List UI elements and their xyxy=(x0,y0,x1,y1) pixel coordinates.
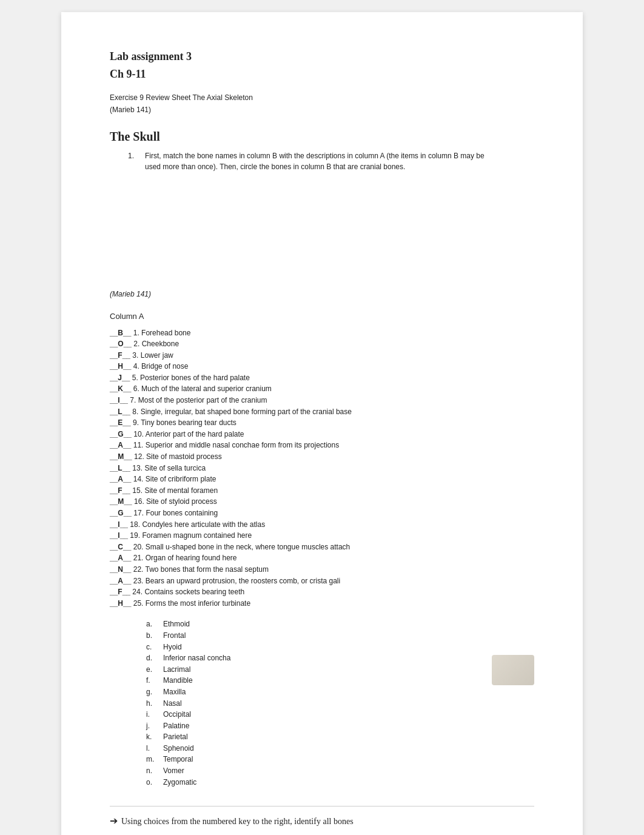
bone-list-item: __F__ 3. Lower jaw xyxy=(110,350,534,361)
bone-list-item: __I__ 18. Condyles here articulate with … xyxy=(110,519,534,531)
using-choices-line: ➔ Using choices from the numbered key to… xyxy=(110,814,534,828)
bone-list: __B__ 1. Forehead bone__O__ 2. Cheekbone… xyxy=(110,327,534,609)
bone-list-item: __E__ 9. Tiny bones bearing tear ducts xyxy=(110,417,534,429)
bone-answer: __G__ xyxy=(110,430,132,438)
bone-answer: __L__ xyxy=(110,407,130,416)
bone-list-item: __B__ 1. Forehead bone xyxy=(110,327,534,339)
choice-name: Frontal xyxy=(163,630,186,642)
choice-row: b. Frontal xyxy=(146,630,534,642)
bone-answer: __I__ xyxy=(110,396,128,404)
bone-list-item: __H__ 25. Forms the most inferior turbin… xyxy=(110,598,534,609)
bone-answer: __F__ xyxy=(110,588,130,596)
choice-letter: o. xyxy=(146,777,163,788)
lab-subtitle: Ch 9-11 xyxy=(110,66,534,82)
instruction-item-1: 1. First, match the bone names in column… xyxy=(128,150,534,172)
page: Lab assignment 3 Ch 9-11 Exercise 9 Revi… xyxy=(61,12,583,835)
choice-name: Zygomatic xyxy=(163,777,196,788)
choice-name: Mandible xyxy=(163,675,193,686)
choice-name: Nasal xyxy=(163,698,182,709)
choice-letter: n. xyxy=(146,765,163,777)
choices-section: a. Ethmoid b. Frontal c. Hyoid d. Inferi… xyxy=(110,619,534,788)
exercise-line: Exercise 9 Review Sheet The Axial Skelet… xyxy=(110,92,534,103)
choice-row: m. Temporal xyxy=(146,754,534,765)
choice-row: d. Inferior nasal concha xyxy=(146,652,534,664)
choice-name: Lacrimal xyxy=(163,664,190,676)
bone-list-item: __H__ 4. Bridge of nose xyxy=(110,361,534,372)
choice-name: Palatine xyxy=(163,720,189,732)
bone-answer: __A__ xyxy=(110,475,131,483)
choice-name: Inferior nasal concha xyxy=(163,652,230,664)
choice-name: Maxilla xyxy=(163,686,186,698)
bone-list-item: __G__ 10. Anterior part of the hard pala… xyxy=(110,429,534,440)
choice-letter: k. xyxy=(146,731,163,743)
choice-row: j. Palatine xyxy=(146,720,534,732)
choices-table: a. Ethmoid b. Frontal c. Hyoid d. Inferi… xyxy=(146,619,534,788)
instruction-text: First, match the bone names in column B … xyxy=(145,150,497,172)
choice-letter: e. xyxy=(146,664,163,676)
lab-title: Lab assignment 3 xyxy=(110,49,534,65)
choice-letter: h. xyxy=(146,698,163,709)
bone-answer: __C__ xyxy=(110,543,131,551)
choice-letter: i. xyxy=(146,709,163,720)
choice-letter: b. xyxy=(146,630,163,642)
choice-name: Occipital xyxy=(163,709,191,720)
choice-letter: f. xyxy=(146,675,163,686)
bone-answer: __A__ xyxy=(110,577,131,585)
choice-row: c. Hyoid xyxy=(146,642,534,653)
spacer xyxy=(110,179,534,289)
bone-answer: __A__ xyxy=(110,554,131,562)
bone-list-item: __G__ 17. Four bones containing xyxy=(110,508,534,519)
bone-list-item: __J__ 5. Posterior bones of the hard pal… xyxy=(110,372,534,384)
bone-list-item: __I__ 7. Most of the posterior part of t… xyxy=(110,395,534,406)
bone-answer: __B__ xyxy=(110,329,131,337)
bone-answer: __H__ xyxy=(110,599,131,608)
bone-answer: __J__ xyxy=(110,374,130,382)
bone-answer: __I__ xyxy=(110,520,128,529)
choice-name: Temporal xyxy=(163,754,193,765)
bone-answer: __N__ xyxy=(110,565,131,574)
choice-row: o. Zygomatic xyxy=(146,777,534,788)
bone-list-item: __A__ 14. Site of cribriform plate xyxy=(110,474,534,485)
bone-list-item: __C__ 20. Small u-shaped bone in the nec… xyxy=(110,542,534,553)
choice-row: i. Occipital xyxy=(146,709,534,720)
bone-answer: __F__ xyxy=(110,351,130,360)
choice-letter: l. xyxy=(146,743,163,754)
choice-letter: m. xyxy=(146,754,163,765)
choice-name: Hyoid xyxy=(163,642,182,653)
bone-answer: __H__ xyxy=(110,362,131,371)
choice-row: a. Ethmoid xyxy=(146,619,534,630)
choice-row: f. Mandible xyxy=(146,675,534,686)
bone-answer: __M__ xyxy=(110,497,132,506)
bottom-section: ➔ Using choices from the numbered key to… xyxy=(110,806,534,835)
choice-row: h. Nasal xyxy=(146,698,534,709)
bone-list-item: __A__ 23. Bears an upward protrusion, th… xyxy=(110,575,534,587)
instruction-block: 1. First, match the bone names in column… xyxy=(128,150,534,172)
bone-answer: __G__ xyxy=(110,509,132,517)
bone-list-item: __N__ 22. Two bones that form the nasal … xyxy=(110,564,534,575)
bone-list-item: __A__ 11. Superior and middle nasal conc… xyxy=(110,440,534,451)
bone-answer: __M__ xyxy=(110,452,132,461)
bone-list-item: __O__ 2. Cheekbone xyxy=(110,338,534,350)
bone-answer: __F__ xyxy=(110,486,130,495)
choice-name: Ethmoid xyxy=(163,619,190,630)
choice-row: l. Sphenoid xyxy=(146,743,534,754)
bone-list-item: __I__ 19. Foramen magnum contained here xyxy=(110,530,534,542)
bone-answer: __O__ xyxy=(110,340,132,348)
bone-answer: __K__ xyxy=(110,384,131,393)
bone-list-item: __F__ 15. Site of mental foramen xyxy=(110,485,534,497)
marieb-ref-top: (Marieb 141) xyxy=(110,104,534,115)
marieb-bottom: (Marieb 141) xyxy=(110,289,534,300)
choice-letter: c. xyxy=(146,642,163,653)
bone-answer: __I__ xyxy=(110,531,128,540)
bone-list-item: __M__ 16. Site of styloid process xyxy=(110,496,534,508)
choice-row: k. Parietal xyxy=(146,731,534,743)
column-a-label: Column A xyxy=(110,310,534,323)
choice-letter: j. xyxy=(146,720,163,732)
choice-letter: d. xyxy=(146,652,163,664)
choice-name: Parietal xyxy=(163,731,188,743)
thumbnail-image xyxy=(492,655,534,685)
bone-list-item: __K__ 6. Much of the lateral and superio… xyxy=(110,383,534,395)
skull-section-title: The Skull xyxy=(110,127,534,146)
bone-answer: __E__ xyxy=(110,418,131,427)
bone-list-item: __L__ 13. Site of sella turcica xyxy=(110,463,534,474)
